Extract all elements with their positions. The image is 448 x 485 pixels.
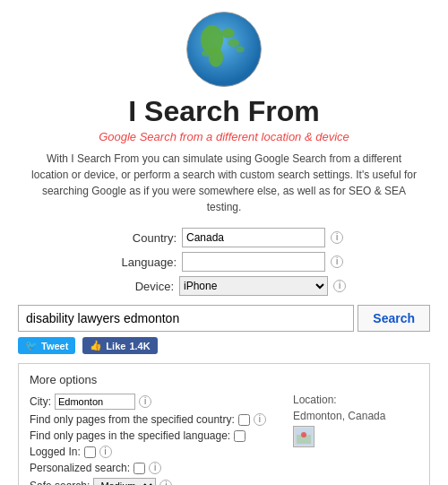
globe-icon (184, 9, 264, 90)
city-input[interactable] (55, 394, 135, 410)
personalized-label: Personalized search: (30, 462, 130, 474)
location-map-icon (293, 426, 314, 447)
language-info-icon[interactable]: i (331, 255, 343, 268)
search-bar-row: Search (18, 305, 430, 332)
app-title: I Search From (128, 95, 319, 128)
svg-point-9 (301, 432, 306, 437)
country-input[interactable] (182, 228, 325, 247)
pages-country-label: Find only pages from the specified count… (30, 413, 235, 426)
pages-language-checkbox[interactable] (234, 430, 246, 442)
pages-language-row: Find only pages in the specified languag… (30, 429, 284, 442)
twitter-icon: 🐦 (25, 340, 38, 351)
device-select[interactable]: iPhone Desktop Android iPad (179, 276, 328, 296)
more-options-title: More options (30, 373, 418, 386)
safe-search-select[interactable]: Off Medium High (93, 478, 156, 485)
like-label: Like (106, 341, 125, 351)
device-info-icon[interactable]: i (333, 280, 346, 292)
device-label: Device: (102, 280, 174, 293)
more-options-right: Location: Edmonton, Canada (293, 394, 418, 485)
language-row: Language: i (105, 252, 343, 272)
svg-point-3 (228, 39, 240, 47)
personalized-row: Personalized search: i (30, 462, 284, 474)
svg-point-4 (209, 48, 223, 67)
pages-country-checkbox[interactable] (238, 414, 250, 426)
city-label: City: (30, 395, 51, 408)
logged-in-row: Logged In: i (30, 446, 284, 458)
logged-in-info-icon[interactable]: i (99, 446, 112, 458)
country-label: Country: (105, 231, 177, 245)
more-options-grid: City: i Find only pages from the specifi… (30, 394, 418, 485)
pages-country-row: Find only pages from the specified count… (30, 413, 284, 426)
language-label: Language: (105, 255, 177, 269)
location-label: Location: (293, 394, 418, 406)
device-row: Device: iPhone Desktop Android iPad i (102, 276, 346, 296)
pages-country-info-icon[interactable]: i (254, 413, 266, 426)
logged-in-checkbox[interactable] (84, 446, 96, 458)
app-subtitle: Google Search from a different location … (99, 130, 349, 143)
country-info-icon[interactable]: i (331, 231, 343, 244)
page-wrapper: I Search From Google Search from a diffe… (0, 0, 448, 485)
tweet-button[interactable]: 🐦 Tweet (18, 337, 75, 354)
social-row: 🐦 Tweet 👍 Like 1.4K (18, 337, 430, 354)
pages-language-label: Find only pages in the specified languag… (30, 429, 230, 442)
svg-point-6 (202, 50, 211, 56)
search-input[interactable] (18, 305, 354, 332)
personalized-checkbox[interactable] (134, 463, 145, 474)
like-button[interactable]: 👍 Like 1.4K (82, 337, 157, 354)
country-row: Country: i (105, 228, 343, 247)
svg-point-5 (237, 46, 245, 52)
location-value: Edmonton, Canada (293, 410, 418, 422)
language-input[interactable] (182, 252, 325, 272)
thumbs-up-icon: 👍 (90, 340, 102, 351)
personalized-info-icon[interactable]: i (149, 462, 161, 474)
city-info-icon[interactable]: i (139, 395, 151, 408)
safe-search-row: Safe search: Off Medium High i (30, 478, 284, 485)
city-row: City: i (30, 394, 284, 410)
more-options-section: More options City: i Find only pages fro… (18, 363, 430, 485)
tweet-label: Tweet (41, 341, 68, 351)
logged-in-label: Logged In: (30, 446, 81, 458)
svg-point-0 (187, 13, 262, 87)
like-count: 1.4K (129, 341, 150, 351)
svg-point-2 (221, 29, 234, 39)
search-button[interactable]: Search (358, 305, 430, 332)
settings-form: Country: i Language: i Device: iPhone De… (18, 228, 430, 296)
more-options-left: City: i Find only pages from the specifi… (30, 394, 284, 485)
safe-search-info-icon[interactable]: i (159, 480, 172, 485)
app-description: With I Search From you can simulate usin… (27, 151, 421, 215)
safe-search-label: Safe search: (30, 480, 90, 485)
